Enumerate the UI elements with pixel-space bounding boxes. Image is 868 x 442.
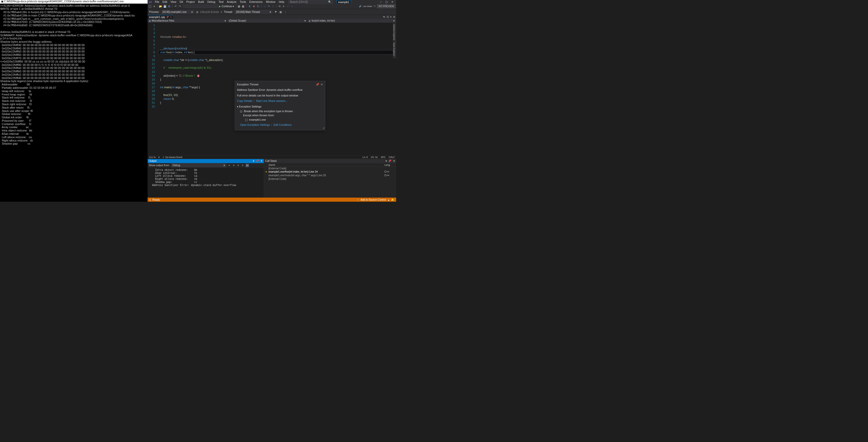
notifications-icon[interactable]: 🔔 — [391, 198, 394, 201]
output-panel-header[interactable]: Output ▾ 📌 ✕ — [148, 159, 264, 163]
menu-project[interactable]: Project — [185, 0, 196, 4]
search-box[interactable]: Search (Ctrl+Q) 🔍 — [288, 0, 333, 4]
nav-back-icon[interactable]: ◯ — [149, 5, 152, 8]
tab-side-icon-2[interactable]: ☰ — [386, 15, 389, 18]
callstack-row[interactable]: [External Code] — [264, 177, 396, 181]
spaces-indicator[interactable]: SPC — [381, 156, 385, 159]
console-output[interactable]: ==4136==ERROR: AddressSanitizer: dynamic… — [0, 4, 148, 202]
caret-down-icon[interactable]: ▾ — [237, 105, 238, 108]
tb-misc-4[interactable]: ▫ — [290, 5, 293, 8]
redo-icon[interactable]: ↷ — [178, 5, 181, 8]
menu-file[interactable]: File — [153, 0, 161, 4]
pin-icon[interactable]: 📌 — [316, 82, 319, 87]
scope-global[interactable]: (Global Scope) ▾ — [227, 19, 307, 23]
code-editor[interactable]: 12345678910111213141516171819202122 #inc… — [148, 23, 396, 156]
menu-tools[interactable]: Tools — [238, 0, 248, 4]
error-glyph-icon[interactable] — [197, 75, 199, 77]
flag-icon[interactable]: ⚑ — [274, 10, 277, 13]
menu-edit[interactable]: Edit — [161, 0, 169, 4]
output-source-combo[interactable]: Debug ▾ — [171, 163, 226, 167]
close-icon[interactable]: ✕ — [321, 82, 323, 87]
output-btn-wrap[interactable]: ↩ — [246, 164, 249, 167]
resize-grip-icon[interactable]: ◢ — [323, 126, 324, 130]
callstack-row[interactable]: ➜ example1.exe!foo(int index, int len) L… — [264, 170, 396, 174]
close-icon[interactable]: ✕ — [393, 160, 395, 162]
step-into-icon[interactable]: → — [263, 5, 266, 8]
dropdown-icon[interactable]: ▾ — [253, 160, 254, 162]
pin-icon[interactable]: 📌 — [256, 160, 259, 162]
output-btn-1[interactable]: ≡ — [228, 164, 231, 167]
menu-window[interactable]: Window — [264, 0, 277, 4]
open-exception-settings-link[interactable]: Open Exception Settings — [240, 124, 270, 126]
restart-icon[interactable]: ↻ — [256, 5, 260, 8]
add-source-control[interactable]: Add to Source Control — [361, 198, 386, 201]
menu-help[interactable]: Help — [277, 0, 286, 4]
copy-details-link[interactable]: Copy Details — [237, 100, 252, 102]
solution-explorer-tab[interactable]: Solution Explorer — [393, 24, 396, 40]
live-share-button[interactable]: Live Share — [363, 5, 372, 7]
scope-project[interactable]: ▦ Miscellaneous Files ▾ — [148, 19, 227, 23]
close-tab-icon[interactable]: ✕ — [170, 16, 172, 18]
pin-icon[interactable]: 📌 — [166, 16, 169, 18]
file-tab-example1[interactable]: example1.cpp 📌 ✕ — [148, 15, 173, 19]
col-name[interactable]: Name — [265, 163, 384, 166]
callstack-body[interactable]: [External Code] ➜ example1.exe!foo(int i… — [264, 166, 396, 197]
thread-combo[interactable]: [35160] Main Thread ▾ — [235, 10, 272, 14]
save-all-icon[interactable]: 🗎 — [168, 5, 171, 8]
pin-icon[interactable]: 📌 — [388, 160, 392, 162]
code-surface[interactable]: #include <malloc.h> __declspec(noinline)… — [159, 23, 396, 156]
stack-icon[interactable]: ▦ — [279, 10, 282, 13]
maximize-icon[interactable]: ▢ — [385, 1, 388, 3]
tab-side-icon-3[interactable]: ▾ — [390, 15, 392, 18]
menu-build[interactable]: Build — [196, 0, 206, 4]
zoom-level[interactable]: 111 % — [149, 156, 156, 159]
config-combo[interactable] — [185, 5, 218, 8]
solution-name[interactable]: example1 — [336, 0, 351, 4]
tab-side-icon-1[interactable]: ⇆ — [383, 15, 385, 18]
step-over-icon[interactable]: ↷ — [267, 5, 270, 8]
callstack-row[interactable]: [External Code] — [264, 166, 396, 170]
menu-extensions[interactable]: Extensions — [248, 0, 264, 4]
undo-icon[interactable]: ↶ — [174, 5, 177, 8]
menu-analyze[interactable]: Analyze — [225, 0, 238, 4]
tb-misc-2[interactable]: ≡ — [282, 5, 285, 8]
lifecycle-label[interactable]: Lifecycle Events — [200, 10, 219, 13]
frame-icon[interactable]: ▫ — [284, 10, 287, 13]
tab-side-icon-4[interactable]: ⊕ — [393, 15, 395, 18]
output-text[interactable]: Intra object redzone: bb ASan internal: … — [148, 168, 264, 198]
minimize-icon[interactable]: ─ — [380, 1, 382, 3]
callstack-header[interactable]: Call Stack ▾ 📌 ✕ — [264, 159, 396, 163]
eol-indicator[interactable]: CRLF — [389, 156, 395, 159]
step-out-icon[interactable]: ↑ — [272, 5, 275, 8]
tb-icon-b[interactable]: ▦ — [242, 5, 245, 8]
caret-up-icon[interactable]: ▴ — [388, 198, 389, 201]
dropdown-icon[interactable]: ▾ — [385, 160, 387, 162]
except-exe-checkbox[interactable] — [245, 119, 247, 121]
close-icon[interactable]: ✕ — [391, 1, 393, 3]
open-file-icon[interactable]: 📂 — [159, 5, 162, 8]
menu-debug[interactable]: Debug — [206, 0, 217, 4]
menu-test[interactable]: Test — [217, 0, 225, 4]
output-btn-4[interactable]: ≡ — [241, 164, 244, 167]
menu-git[interactable]: Git — [178, 0, 185, 4]
close-icon[interactable]: ✕ — [260, 160, 262, 162]
break-when-checkbox[interactable] — [240, 110, 242, 112]
output-btn-3[interactable]: ≡ — [237, 164, 240, 167]
tb-icon-a[interactable]: ▦ — [238, 5, 241, 8]
tb-misc-3[interactable]: ⋯ — [286, 5, 289, 8]
fold-margin[interactable] — [156, 23, 159, 156]
save-icon[interactable]: 💾 — [163, 5, 166, 8]
menu-view[interactable]: View — [169, 0, 178, 4]
scope-function[interactable]: ◧ foo(int index, int len) ▾ — [308, 19, 396, 23]
issues-label[interactable]: No issues found — [165, 156, 182, 159]
tb-misc-1[interactable]: ⟲ — [278, 5, 281, 8]
pause-icon[interactable]: ⏸ — [248, 5, 251, 8]
stop-icon[interactable]: ■ — [252, 5, 255, 8]
col-lang[interactable]: Lang — [384, 163, 395, 166]
team-explorer-tab[interactable]: Team Explorer — [393, 42, 396, 56]
nav-fwd-icon[interactable]: ▾ — [153, 5, 156, 8]
start-liveshare-link[interactable]: Start Live Share session... — [256, 100, 287, 102]
continue-button[interactable]: ▶ Continue ▾ — [219, 5, 234, 8]
admin-icon[interactable]: 🛡 — [374, 5, 375, 7]
process-combo[interactable]: [4136] example1.exe ▾ — [161, 10, 194, 14]
